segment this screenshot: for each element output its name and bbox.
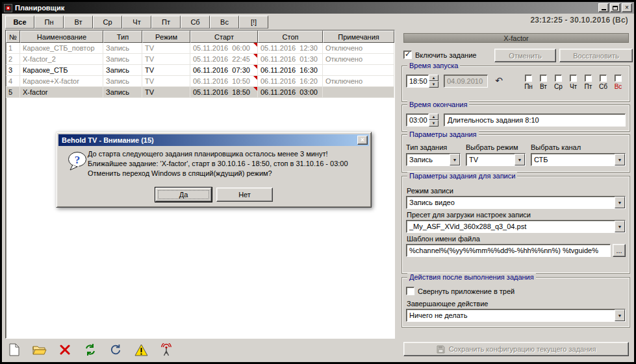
- column-header[interactable]: Тип: [103, 30, 142, 43]
- table-row[interactable]: 5X-factorЗаписьTV05.11.2016 18:5006.11.2…: [6, 87, 394, 98]
- final-action-value: Ничего не делать: [407, 309, 615, 321]
- dropdown-arrow-icon[interactable]: ▼: [615, 197, 625, 208]
- task-channel-label: Выбрать канал: [531, 143, 626, 151]
- spin-up-icon[interactable]: ▲: [429, 75, 439, 81]
- column-header[interactable]: Примечания: [323, 30, 394, 43]
- checkbox-icon[interactable]: [406, 287, 414, 295]
- dialog-close-button[interactable]: ×: [357, 136, 368, 145]
- dropdown-arrow-icon[interactable]: ▼: [515, 154, 525, 165]
- task-stop: 06.11.2016 03:00: [258, 87, 323, 98]
- table-row[interactable]: 4Караоке+X-factorЗаписьTV06.11.2016 10:5…: [6, 76, 394, 87]
- weekday-checkbox-Ср[interactable]: [555, 75, 562, 82]
- weekday-column: Сб: [596, 75, 611, 90]
- save-button-label: Сохранить конфигурацию текущего задания: [449, 345, 596, 353]
- tab-[!][interactable]: [!]: [239, 16, 268, 29]
- dropdown-arrow-icon[interactable]: ▼: [615, 309, 625, 321]
- start-time-spinner[interactable]: 18:50 ▲ ▼: [406, 75, 439, 88]
- table-row[interactable]: 2X-factor_2ЗаписьTV05.11.2016 22:4506.11…: [6, 54, 394, 65]
- group-title: Действия после выполнения задания: [407, 273, 536, 281]
- tab-Пн[interactable]: Пн: [34, 16, 64, 29]
- window-buttons: ×: [598, 3, 632, 12]
- column-header[interactable]: Старт: [190, 30, 258, 43]
- task-mode: TV: [142, 65, 190, 76]
- weekday-checkbox-Пн[interactable]: [525, 75, 532, 82]
- row-number: 4: [6, 76, 20, 87]
- dropdown-arrow-icon[interactable]: ▼: [615, 154, 625, 165]
- minimize-button[interactable]: [598, 3, 609, 12]
- undo-date-icon[interactable]: ↶: [493, 75, 505, 86]
- spin-down-icon[interactable]: ▼: [429, 120, 439, 127]
- tab-Все[interactable]: Все: [5, 16, 34, 29]
- restore-button[interactable]: Восстановить: [559, 49, 633, 62]
- task-note: Отключено: [323, 54, 394, 65]
- svg-text:?: ?: [75, 154, 81, 166]
- tab-bar: ВсеПнВтСрЧтПтСбВс[!]: [5, 16, 268, 29]
- group-title: Время запуска: [407, 62, 460, 69]
- task-table-body: 1Караоке_СТБ_повторЗаписьTV05.11.2016 06…: [6, 43, 394, 98]
- new-task-icon[interactable]: [7, 343, 21, 356]
- spin-down-icon[interactable]: ▼: [429, 81, 439, 88]
- column-header[interactable]: Стоп: [258, 30, 323, 43]
- maximize-button[interactable]: [610, 3, 620, 12]
- column-header[interactable]: №: [6, 30, 20, 43]
- browse-button[interactable]: ...: [613, 244, 626, 257]
- spin-up-icon[interactable]: ▲: [429, 114, 439, 120]
- preset-value: _My_ASF_XVid_360x288_q3_04.pst: [407, 221, 615, 232]
- column-header[interactable]: Наименование: [20, 30, 103, 43]
- task-start: 06.11.2016 10:50: [190, 76, 258, 87]
- open-folder-icon[interactable]: [32, 343, 47, 356]
- close-button[interactable]: ×: [622, 3, 632, 12]
- weekday-checkbox-Чт[interactable]: [570, 75, 577, 82]
- enable-task-label: Включить задание: [415, 51, 476, 59]
- tab-Вс[interactable]: Вс: [210, 16, 239, 29]
- window-titlebar: Планировщик ×: [2, 2, 634, 14]
- sync-icon[interactable]: [108, 343, 123, 356]
- weekday-checkbox-Сб[interactable]: [600, 75, 607, 82]
- warning-icon[interactable]: [134, 343, 148, 356]
- tab-Чт[interactable]: Чт: [122, 16, 151, 29]
- dialog-message-line: До старта следующего задания планировщик…: [88, 149, 366, 159]
- question-icon: ?: [67, 151, 88, 172]
- weekday-checkbox-Вс[interactable]: [615, 75, 622, 82]
- task-mode-select[interactable]: TV ▼: [466, 153, 526, 166]
- channel-select[interactable]: СТБ ▼: [531, 153, 626, 166]
- column-header[interactable]: Режим: [142, 30, 190, 43]
- tab-Ср[interactable]: Ср: [93, 16, 122, 29]
- dropdown-arrow-icon[interactable]: ▼: [450, 154, 460, 165]
- clock-display: 23:12:25 - 30.10.2016 (Вс): [530, 16, 628, 25]
- cancel-button[interactable]: Отменить: [494, 49, 556, 62]
- antenna-icon[interactable]: [159, 343, 173, 356]
- tab-Сб[interactable]: Сб: [181, 16, 210, 29]
- task-type: Запись: [103, 76, 142, 87]
- save-config-button[interactable]: Сохранить конфигурацию текущего задания: [403, 342, 629, 356]
- table-row[interactable]: 3Караоке_СТБЗаписьTV06.11.2016 07:3006.1…: [6, 65, 394, 76]
- minimize-to-tray-checkbox[interactable]: Свернуть приложение в трей: [406, 287, 626, 295]
- start-date-field[interactable]: 04.09.2010: [444, 75, 488, 88]
- filename-template-input[interactable]: [406, 244, 611, 257]
- enable-task-checkbox[interactable]: Включить задание: [403, 51, 476, 59]
- refresh-icon[interactable]: [83, 343, 97, 356]
- dropdown-arrow-icon[interactable]: ▼: [615, 221, 625, 232]
- group-title: Параметры задания: [407, 130, 479, 138]
- final-action-label: Завершающее действие: [407, 300, 626, 308]
- task-type-select[interactable]: Запись ▼: [406, 153, 461, 166]
- row-number: 2: [6, 54, 20, 65]
- tab-Пт[interactable]: Пт: [151, 16, 181, 29]
- weekday-checkbox-Пт[interactable]: [585, 75, 592, 82]
- row-number: 1: [6, 43, 20, 54]
- weekday-label: Ср: [554, 83, 563, 90]
- delete-task-icon[interactable]: [58, 343, 72, 356]
- end-time-spinner[interactable]: 03:00 ▲ ▼: [406, 114, 439, 127]
- task-name: Караоке_СТБ: [20, 65, 103, 76]
- checkbox-checked-icon[interactable]: [403, 51, 412, 59]
- weekday-checkbox-Вт[interactable]: [540, 75, 547, 82]
- tab-Вт[interactable]: Вт: [64, 16, 93, 29]
- preset-select[interactable]: _My_ASF_XVid_360x288_q3_04.pst ▼: [406, 220, 626, 233]
- yes-button[interactable]: Да: [155, 188, 212, 202]
- no-button[interactable]: Нет: [216, 188, 273, 202]
- record-mode-select[interactable]: Запись видео ▼: [406, 196, 626, 209]
- final-action-select[interactable]: Ничего не делать ▼: [406, 309, 626, 322]
- task-type-value: Запись: [407, 154, 450, 165]
- table-row[interactable]: 1Караоке_СТБ_повторЗаписьTV05.11.2016 06…: [6, 43, 394, 54]
- task-start: 05.11.2016 06:00: [190, 43, 258, 54]
